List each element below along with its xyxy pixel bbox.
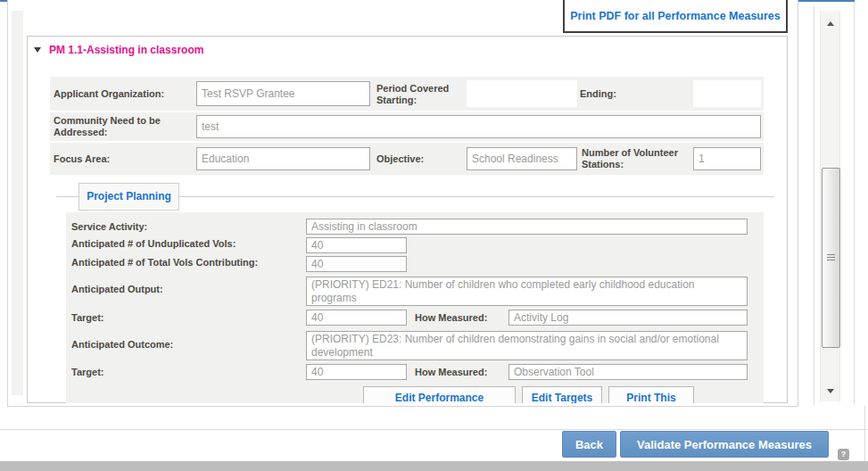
total-vols-label: Anticipated # of Total Vols Contributing…: [71, 257, 258, 269]
anticipated-output-input[interactable]: (PRIORITY) ED21: Number of children who …: [306, 277, 748, 306]
applicant-organization-input[interactable]: [196, 81, 370, 106]
tab-project-planning[interactable]: Project Planning: [79, 183, 179, 211]
print-pdf-all-button[interactable]: Print PDF for all Performance Measures: [563, 0, 788, 33]
outcome-target-label: Target:: [71, 367, 103, 378]
unduplicated-vols-input[interactable]: [306, 237, 407, 253]
output-target-input[interactable]: [306, 310, 407, 326]
objective-label: Objective:: [376, 153, 424, 165]
outcome-how-measured-label: How Measured:: [415, 367, 487, 378]
total-vols-input[interactable]: [306, 256, 407, 272]
anticipated-outcome-label: Anticipated Outcome:: [71, 339, 173, 351]
scroll-down-icon[interactable]: [827, 389, 834, 393]
unduplicated-vols-label: Anticipated # of Unduplicated Vols:: [71, 238, 236, 250]
collapse-triangle-icon: [34, 47, 41, 53]
performance-measures-page: Print PDF for all Performance Measures P…: [0, 0, 868, 471]
anticipated-outcome-input[interactable]: (PRIORITY) ED23: Number of children demo…: [306, 331, 748, 360]
output-how-measured-label: How Measured:: [415, 312, 487, 324]
scrollbar-grip: [827, 254, 835, 260]
service-activity-label: Service Activity:: [71, 221, 147, 233]
edit-performance-measures-button[interactable]: Edit Performance Measures: [363, 386, 516, 403]
objective-input[interactable]: [467, 147, 577, 170]
focus-area-input[interactable]: [196, 147, 370, 170]
left-gutter: [12, 11, 23, 395]
bottom-taskbar: [0, 461, 868, 471]
volunteer-stations-label: Number of Volunteer Stations:: [582, 147, 690, 170]
summary-row-3: Focus Area: Objective: Number of Volunte…: [50, 143, 764, 175]
project-planning-panel: Service Activity: Anticipated # of Undup…: [66, 212, 764, 403]
output-target-label: Target:: [71, 312, 103, 324]
scroll-up-icon[interactable]: [827, 21, 834, 26]
period-covered-starting-label: Period Covered Starting:: [376, 83, 464, 106]
applicant-organization-label: Applicant Organization:: [54, 88, 164, 100]
ending-input[interactable]: [693, 80, 761, 107]
focus-area-label: Focus Area:: [54, 153, 110, 165]
output-how-measured-input[interactable]: [508, 310, 748, 326]
community-need-input[interactable]: [196, 115, 761, 138]
community-need-label: Community Need to be Addressed:: [54, 115, 187, 138]
edit-targets-button[interactable]: Edit Targets: [522, 386, 602, 403]
ending-label: Ending:: [580, 88, 616, 100]
scrollbar-thumb[interactable]: [822, 168, 840, 348]
footer-edge-line: [864, 406, 865, 461]
help-icon[interactable]: ?: [838, 449, 849, 460]
anticipated-output-label: Anticipated Output:: [71, 284, 163, 295]
outcome-target-input[interactable]: [306, 364, 407, 380]
validate-performance-measures-button[interactable]: Validate Performance Measures: [620, 431, 829, 458]
pm-section-toggle[interactable]: PM 1.1-Assisting in classroom: [34, 44, 203, 56]
outcome-how-measured-input[interactable]: [508, 364, 748, 380]
service-activity-input[interactable]: [306, 219, 748, 235]
window-edge-line: [854, 2, 855, 405]
pm-title: PM 1.1-Assisting in classroom: [49, 44, 203, 56]
frame-divider: [814, 5, 814, 405]
back-button[interactable]: Back: [562, 431, 616, 458]
print-this-measure-button[interactable]: Print This Measure: [608, 386, 694, 403]
summary-row-1: Applicant Organization: Period Covered S…: [50, 77, 764, 111]
vertical-scrollbar[interactable]: [820, 11, 840, 401]
period-covered-starting-input[interactable]: [467, 80, 577, 107]
volunteer-stations-input[interactable]: [693, 147, 761, 170]
summary-row-2: Community Need to be Addressed:: [50, 112, 764, 141]
footer-divider: [0, 429, 868, 430]
